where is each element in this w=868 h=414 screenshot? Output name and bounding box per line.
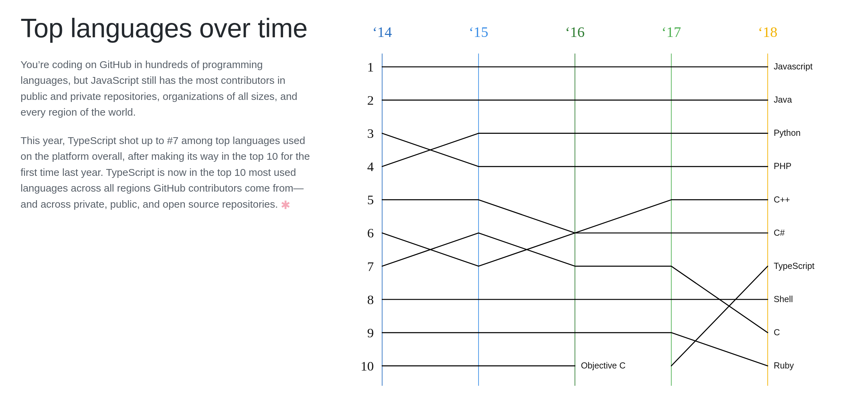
rank-label: 5 [367,192,374,207]
intro-paragraph-2-text: This year, TypeScript shot up to #7 amon… [21,135,310,210]
intro-paragraph-2: This year, TypeScript shot up to #7 amon… [21,133,315,212]
rank-label: 9 [367,325,374,340]
series-label: Java [774,95,792,104]
series-label: TypeScript [774,261,814,271]
series-label: Shell [774,294,793,304]
year-label: ‘15 [469,24,488,40]
rank-label: 8 [367,292,374,307]
chart-column: ‘14‘15‘16‘17‘1812345678910JavascriptJava… [342,14,847,414]
rank-label: 4 [367,159,374,174]
series-label: C++ [774,195,790,204]
series-label: Ruby [774,361,794,370]
year-label: ‘16 [565,24,585,40]
rank-label: 7 [367,259,374,274]
series-label: Python [774,128,801,138]
year-label: ‘17 [662,24,681,40]
rank-label: 3 [367,126,374,141]
series-label: PHP [774,161,791,171]
rank-label: 6 [367,225,374,240]
rank-label: 2 [367,93,374,107]
series-label: Objective C [581,361,625,370]
rank-label: 10 [360,359,374,373]
year-label: ‘14 [372,24,392,40]
footnote-asterisk-icon: ✱ [281,198,290,211]
series-label: Javascript [774,62,813,71]
series-label: C# [774,228,784,237]
text-column: Top languages over time You’re coding on… [21,14,315,224]
rank-chart: ‘14‘15‘16‘17‘1812345678910JavascriptJava… [342,14,847,412]
page-title: Top languages over time [21,14,315,43]
year-label: ‘18 [758,24,777,40]
series-label: C [774,327,780,337]
page-root: Top languages over time You’re coding on… [0,0,868,414]
rank-label: 1 [367,60,374,74]
series-line [671,266,768,366]
intro-paragraph-1: You’re coding on GitHub in hundreds of p… [21,57,315,120]
